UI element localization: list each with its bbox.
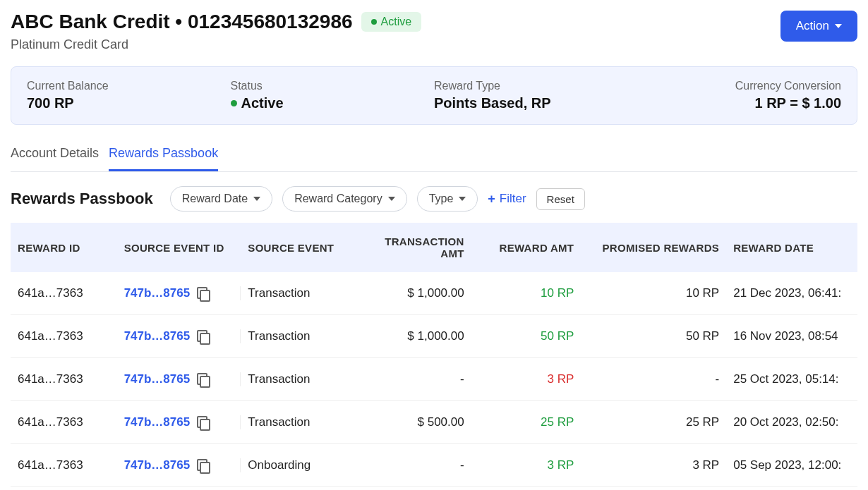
rewards-table: REWARD ID SOURCE EVENT ID SOURCE EVENT T… (11, 223, 857, 487)
source-event-id-link[interactable]: 747b…8765 (124, 458, 191, 472)
add-filter-button[interactable]: + Filter (488, 192, 526, 207)
page-subtitle: Platinum Credit Card (11, 37, 780, 52)
cell-reward-date: 25 Oct 2023, 05:14: (726, 358, 857, 401)
cell-reward-date: 20 Oct 2023, 02:50: (726, 401, 857, 444)
col-reward-date: REWARD DATE (726, 223, 857, 272)
cell-transaction-amt: $ 500.00 (358, 401, 471, 444)
caret-down-icon (835, 24, 842, 28)
add-filter-label: Filter (500, 192, 526, 206)
cell-reward-id: 641a…7363 (11, 401, 117, 444)
cell-transaction-amt: - (358, 358, 471, 401)
cell-promised-rewards: 50 RP (581, 315, 726, 358)
section-title: Rewards Passbook (11, 190, 153, 208)
cell-reward-id: 641a…7363 (11, 272, 117, 315)
status-dot-icon (231, 100, 237, 106)
tab-rewards-passbook[interactable]: Rewards Passbook (109, 140, 218, 171)
balance-label: Current Balance (27, 80, 231, 92)
table-row: 641a…7363747b…8765Onboarding-3 RP3 RP05 … (11, 444, 857, 487)
cell-reward-id: 641a…7363 (11, 444, 117, 487)
col-source-event-id: SOURCE EVENT ID (117, 223, 241, 272)
rewardtype-label: Reward Type (434, 80, 638, 92)
page-title: ABC Bank Credit • 012345680132986 (11, 11, 353, 33)
source-event-id-link[interactable]: 747b…8765 (124, 372, 191, 386)
cell-reward-date: 16 Nov 2023, 08:54 (726, 315, 857, 358)
conversion-value: 1 RP = $ 1.00 (755, 95, 842, 111)
action-button-label: Action (796, 19, 829, 33)
balance-value: 700 RP (27, 95, 74, 111)
rewardtype-value: Points Based, RP (434, 95, 551, 111)
cell-promised-rewards: 3 RP (581, 444, 726, 487)
source-event-id-link[interactable]: 747b…8765 (124, 329, 191, 343)
cell-promised-rewards: - (581, 358, 726, 401)
chevron-down-icon (253, 197, 260, 201)
cell-transaction-amt: $ 1,000.00 (358, 272, 471, 315)
conversion-label: Currency Conversion (638, 80, 842, 92)
source-event-id-link[interactable]: 747b…8765 (124, 286, 191, 300)
reset-button[interactable]: Reset (536, 188, 585, 210)
filter-reward-category[interactable]: Reward Category (282, 186, 407, 212)
copy-icon[interactable] (197, 459, 210, 472)
cell-source-event: Onboarding (241, 444, 358, 487)
chevron-down-icon (459, 197, 466, 201)
status-badge: Active (361, 12, 422, 32)
status-value: Active (241, 95, 284, 111)
cell-transaction-amt: $ 1,000.00 (358, 315, 471, 358)
cell-source-event: Transaction (241, 272, 358, 315)
col-reward-id: REWARD ID (11, 223, 117, 272)
col-source-event: SOURCE EVENT (241, 223, 358, 272)
table-row: 641a…7363747b…8765Transaction$ 1,000.005… (11, 315, 857, 358)
cell-reward-date: 21 Dec 2023, 06:41: (726, 272, 857, 315)
col-reward-amt: REWARD AMT (471, 223, 581, 272)
table-row: 641a…7363747b…8765Transaction$ 1,000.001… (11, 272, 857, 315)
status-label: Status (231, 80, 435, 92)
cell-source-event: Transaction (241, 401, 358, 444)
filter-type-label: Type (429, 192, 454, 205)
cell-reward-amt: 3 RP (471, 444, 581, 487)
col-promised-rewards: PROMISED REWARDS (581, 223, 726, 272)
action-button[interactable]: Action (780, 11, 857, 42)
plus-icon: + (488, 192, 495, 207)
summary-card: Current Balance 700 RP Status Active Rew… (11, 66, 857, 125)
col-transaction-amt: TRANSACTION AMT (358, 223, 471, 272)
copy-icon[interactable] (197, 416, 210, 429)
table-row: 641a…7363747b…8765Transaction-3 RP-25 Oc… (11, 358, 857, 401)
tab-account-details[interactable]: Account Details (11, 140, 99, 171)
cell-reward-id: 641a…7363 (11, 358, 117, 401)
copy-icon[interactable] (197, 287, 210, 300)
cell-reward-amt: 10 RP (471, 272, 581, 315)
cell-source-event: Transaction (241, 358, 358, 401)
cell-reward-date: 05 Sep 2023, 12:00: (726, 444, 857, 487)
copy-icon[interactable] (197, 330, 210, 343)
filter-type[interactable]: Type (417, 186, 478, 212)
filter-reward-date[interactable]: Reward Date (170, 186, 272, 212)
cell-reward-id: 641a…7363 (11, 315, 117, 358)
cell-reward-amt: 50 RP (471, 315, 581, 358)
filter-reward-date-label: Reward Date (182, 192, 248, 205)
cell-reward-amt: 25 RP (471, 401, 581, 444)
chevron-down-icon (388, 197, 395, 201)
copy-icon[interactable] (197, 373, 210, 386)
cell-reward-amt: 3 RP (471, 358, 581, 401)
cell-promised-rewards: 10 RP (581, 272, 726, 315)
filter-reward-category-label: Reward Category (294, 192, 382, 205)
cell-promised-rewards: 25 RP (581, 401, 726, 444)
table-row: 641a…7363747b…8765Transaction$ 500.0025 … (11, 401, 857, 444)
cell-transaction-amt: - (358, 444, 471, 487)
cell-source-event: Transaction (241, 315, 358, 358)
source-event-id-link[interactable]: 747b…8765 (124, 415, 191, 429)
